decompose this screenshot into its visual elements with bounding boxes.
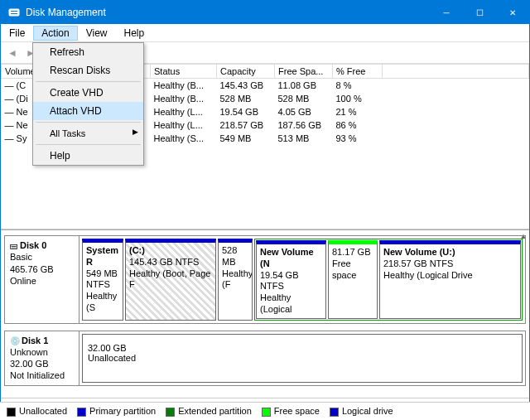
action-help[interactable]: Help <box>33 147 143 165</box>
legend-logical: Logical drive <box>330 406 393 417</box>
unallocated-space[interactable]: 32.00 GB Unallocated <box>82 334 523 383</box>
disk-icon: 🖴 <box>10 241 18 250</box>
action-attach-vhd[interactable]: Attach VHD <box>33 102 143 120</box>
partition-size: 145.43 GB NTFS <box>129 257 212 268</box>
partition-recovery[interactable]: 528 MB Healthy (F <box>218 239 253 321</box>
col-spacer <box>383 65 529 79</box>
partition-status: Healthy (Logical Drive <box>383 270 517 282</box>
disk-1-status: Not Initialized <box>10 370 65 380</box>
disk-1-row[interactable]: 💿Disk 1 Unknown 32.00 GB Not Initialized… <box>4 331 526 386</box>
partition-system-reserved[interactable]: System R 549 MB NTFS Healthy (S <box>82 239 123 321</box>
disk-0-status: Online <box>10 276 36 286</box>
disk-graphical-view: ▲ 🖴Disk 0 Basic 465.76 GB Online System … <box>1 229 529 398</box>
menu-separator <box>36 122 141 123</box>
menu-help[interactable]: Help <box>116 26 153 41</box>
col-capacity[interactable]: Capacity <box>217 65 275 79</box>
disk-icon: 💿 <box>10 336 20 345</box>
legend-primary: Primary partition <box>77 406 156 417</box>
action-refresh[interactable]: Refresh <box>33 43 143 61</box>
minimize-button[interactable]: ─ <box>430 1 463 24</box>
maximize-button[interactable]: ☐ <box>463 1 496 24</box>
partition-c[interactable]: (C:) 145.43 GB NTFS Healthy (Boot, Page … <box>125 239 216 321</box>
disk-1-type: Unknown <box>10 347 48 357</box>
disk-0-name: Disk 0 <box>20 240 46 250</box>
legend-free: Free space <box>262 406 320 417</box>
disk-1-size: 32.00 GB <box>10 359 48 369</box>
action-dropdown: Refresh Rescan Disks Create VHD Attach V… <box>32 42 144 166</box>
menu-action[interactable]: Action <box>33 26 77 41</box>
partition-free-space[interactable]: 81.17 GB Free space <box>328 240 378 319</box>
partition-status: Healthy (F <box>222 268 248 292</box>
partition-size: 81.17 GB <box>332 247 373 258</box>
disk-0-type: Basic <box>10 252 32 262</box>
action-rescan[interactable]: Rescan Disks <box>33 61 143 80</box>
unalloc-size: 32.00 GB <box>88 343 517 353</box>
col-volume[interactable]: Volume <box>2 65 35 79</box>
partition-size: 528 MB <box>222 245 248 268</box>
partition-new-volume-n[interactable]: New Volume (N 19.54 GB NTFS Healthy (Log… <box>256 240 326 319</box>
menu-view[interactable]: View <box>78 26 116 41</box>
disk-1-label: 💿Disk 1 Unknown 32.00 GB Not Initialized <box>5 331 80 385</box>
partition-status: Free space <box>332 258 373 282</box>
menu-bar: File Action View Help Refresh Rescan Dis… <box>1 24 529 42</box>
partition-size: 19.54 GB NTFS <box>260 270 322 293</box>
disk-0-label: 🖴Disk 0 Basic 465.76 GB Online <box>5 236 80 323</box>
legend-extended: Extended partition <box>166 406 252 417</box>
app-icon <box>7 6 21 19</box>
partition-size: 549 MB NTFS <box>86 268 119 292</box>
close-button[interactable]: ✕ <box>496 1 529 24</box>
col-free[interactable]: Free Spa... <box>275 65 333 79</box>
unalloc-label: Unallocated <box>88 353 517 363</box>
legend-unallocated: Unallocated <box>7 406 67 417</box>
col-status[interactable]: Status <box>151 65 217 79</box>
svg-rect-1 <box>11 11 17 12</box>
extended-partition[interactable]: New Volume (N 19.54 GB NTFS Healthy (Log… <box>254 239 523 321</box>
all-tasks-label: All Tasks <box>50 128 85 138</box>
disk-0-size: 465.76 GB <box>10 264 54 274</box>
partition-name: (C:) <box>129 245 212 257</box>
action-all-tasks[interactable]: All Tasks ▶ <box>33 124 143 142</box>
svg-rect-0 <box>9 9 19 16</box>
menu-file[interactable]: File <box>1 26 33 41</box>
partition-status: Healthy (Boot, Page F <box>129 268 212 292</box>
disk-1-name: Disk 1 <box>22 336 48 345</box>
back-button[interactable]: ◄ <box>4 45 21 61</box>
partition-name: System R <box>86 245 119 268</box>
partition-status: Healthy (Logical <box>260 292 322 316</box>
partition-status: Healthy (S <box>86 291 119 314</box>
submenu-arrow-icon: ▶ <box>132 128 138 136</box>
partition-name: New Volume (U:) <box>383 247 517 258</box>
partition-new-volume-u[interactable]: New Volume (U:) 218.57 GB NTFS Healthy (… <box>379 240 521 319</box>
action-create-vhd[interactable]: Create VHD <box>33 84 143 102</box>
partition-name: New Volume (N <box>260 247 322 270</box>
legend: Unallocated Primary partition Extended p… <box>0 402 530 420</box>
menu-separator <box>36 81 141 82</box>
menu-separator <box>36 144 141 145</box>
col-pct[interactable]: % Free <box>333 65 383 79</box>
title-bar: Disk Management ─ ☐ ✕ <box>1 1 529 24</box>
disk-0-row[interactable]: 🖴Disk 0 Basic 465.76 GB Online System R … <box>4 235 526 324</box>
svg-rect-2 <box>11 13 17 14</box>
partition-size: 218.57 GB NTFS <box>383 258 517 270</box>
